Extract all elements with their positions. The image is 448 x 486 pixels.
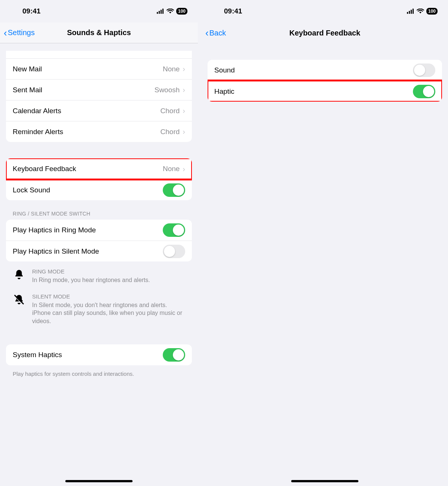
- content-area: New Mail None › Sent Mail Swoosh › Calen…: [0, 43, 198, 486]
- nav-bar: ‹ Back Keyboard Feedback: [202, 22, 448, 43]
- content-area: Sound Haptic: [202, 43, 448, 486]
- cellular-icon: [407, 9, 414, 14]
- home-indicator[interactable]: [65, 480, 133, 482]
- row-value: Swoosh: [155, 86, 180, 94]
- system-haptics-group: System Haptics: [6, 344, 192, 365]
- status-time: 09:41: [22, 7, 41, 15]
- row-value: None: [163, 65, 180, 73]
- battery-icon: 100: [176, 8, 187, 15]
- row-label: New Mail: [13, 65, 163, 73]
- svg-rect-3: [162, 9, 164, 14]
- phone-right: 09:41 100 ‹ Back Keyboard Feedback Sound…: [202, 0, 448, 486]
- home-indicator[interactable]: [291, 480, 358, 482]
- status-time: 09:41: [224, 7, 242, 15]
- row-sound: Sound: [208, 60, 442, 81]
- info-silent-mode: SILENT MODE In Silent mode, you don't he…: [6, 287, 192, 328]
- chevron-right-icon: ›: [183, 165, 185, 173]
- chevron-right-icon: ›: [183, 106, 185, 115]
- chevron-right-icon: ›: [183, 127, 185, 136]
- section-header-ring-silent: RING / SILENT MODE SWITCH: [6, 200, 192, 220]
- back-label: Back: [209, 29, 226, 37]
- row-label: Lock Sound: [13, 186, 163, 194]
- row-value: Chord: [161, 107, 180, 115]
- row-label: Haptic: [214, 87, 413, 96]
- info-desc: In Silent mode, you don't hear ringtones…: [32, 301, 185, 325]
- row-haptic: Haptic: [208, 81, 442, 102]
- svg-rect-1: [159, 11, 160, 14]
- status-bar: 09:41 100: [202, 0, 448, 22]
- sound-toggle[interactable]: [413, 64, 435, 77]
- info-ring-mode: RING MODE In Ring mode, you hear rington…: [6, 261, 192, 287]
- haptics-ring-toggle[interactable]: [163, 223, 185, 237]
- row-haptics-ring: Play Haptics in Ring Mode: [6, 220, 192, 241]
- nav-bar: ‹ Settings Sounds & Haptics: [0, 22, 198, 43]
- footer-caption: Play haptics for system controls and int…: [6, 365, 192, 377]
- status-indicators: 100: [157, 8, 187, 15]
- bell-icon: [13, 268, 25, 284]
- chevron-left-icon: ‹: [205, 28, 209, 38]
- row-sent-mail[interactable]: Sent Mail Swoosh ›: [6, 79, 192, 100]
- info-title: RING MODE: [32, 268, 185, 275]
- row-label: Play Haptics in Ring Mode: [13, 226, 163, 234]
- haptics-silent-toggle[interactable]: [163, 245, 185, 258]
- cellular-icon: [157, 9, 164, 14]
- bell-slash-icon: [13, 293, 25, 325]
- row-label: Reminder Alerts: [13, 128, 161, 136]
- row-label: Sent Mail: [13, 86, 155, 94]
- row-label: Calendar Alerts: [13, 107, 161, 115]
- info-desc: In Ring mode, you hear ringtones and ale…: [32, 276, 185, 284]
- row-value: Chord: [161, 128, 180, 136]
- row-lock-sound: Lock Sound: [6, 179, 192, 200]
- chevron-right-icon: ›: [183, 86, 185, 94]
- group-scroll-glimpse: [6, 51, 192, 58]
- row-label: System Haptics: [13, 351, 163, 359]
- back-button[interactable]: ‹ Settings: [4, 28, 35, 38]
- info-title: SILENT MODE: [32, 293, 185, 300]
- row-label: Sound: [214, 66, 413, 74]
- row-new-mail[interactable]: New Mail None ›: [6, 58, 192, 79]
- page-title: Keyboard Feedback: [202, 29, 448, 37]
- keyboard-lock-group: Keyboard Feedback None › Lock Sound: [6, 158, 192, 200]
- back-label: Settings: [8, 28, 35, 37]
- svg-rect-8: [411, 10, 412, 14]
- row-value: None: [163, 165, 180, 173]
- back-button[interactable]: ‹ Back: [205, 28, 226, 38]
- ring-silent-group: Play Haptics in Ring Mode Play Haptics i…: [6, 220, 192, 261]
- svg-rect-9: [413, 9, 414, 14]
- row-label: Keyboard Feedback: [13, 165, 163, 173]
- row-reminder-alerts[interactable]: Reminder Alerts Chord ›: [6, 121, 192, 142]
- wifi-icon: [417, 9, 424, 14]
- row-keyboard-feedback[interactable]: Keyboard Feedback None ›: [6, 158, 192, 179]
- svg-rect-7: [409, 11, 410, 14]
- row-system-haptics: System Haptics: [6, 344, 192, 365]
- chevron-right-icon: ›: [183, 65, 185, 73]
- keyboard-feedback-group: Sound Haptic: [208, 60, 442, 102]
- sound-alerts-group: New Mail None › Sent Mail Swoosh › Calen…: [6, 51, 192, 142]
- phone-left: 09:41 100 ‹ Settings Sounds & Haptics Ne…: [0, 0, 198, 486]
- haptic-toggle[interactable]: [413, 85, 435, 98]
- status-bar: 09:41 100: [0, 0, 198, 22]
- row-haptics-silent: Play Haptics in Silent Mode: [6, 241, 192, 261]
- svg-rect-0: [157, 12, 158, 14]
- row-calendar-alerts[interactable]: Calendar Alerts Chord ›: [6, 100, 192, 121]
- wifi-icon: [167, 9, 174, 14]
- battery-icon: 100: [426, 8, 438, 15]
- chevron-left-icon: ‹: [4, 28, 7, 38]
- row-label: Play Haptics in Silent Mode: [13, 247, 163, 256]
- status-indicators: 100: [407, 8, 438, 15]
- lock-sound-toggle[interactable]: [163, 183, 185, 197]
- svg-rect-6: [407, 12, 408, 14]
- system-haptics-toggle[interactable]: [163, 348, 185, 362]
- svg-rect-2: [161, 10, 162, 14]
